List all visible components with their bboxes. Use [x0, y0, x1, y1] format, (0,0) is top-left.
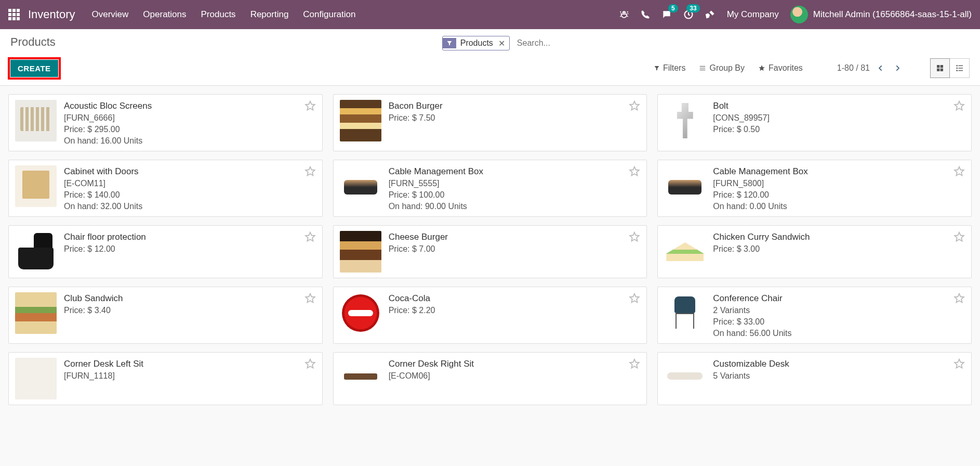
company-switcher[interactable]: My Company — [727, 9, 779, 20]
product-onhand: On hand: 56.00 Units — [713, 329, 965, 338]
avatar — [790, 6, 808, 23]
product-card[interactable]: Club SandwichPrice: $ 3.40 — [8, 287, 323, 344]
product-ref: 2 Variants — [713, 306, 965, 315]
product-card[interactable]: Customizable Desk5 Variants — [657, 352, 972, 405]
product-ref: [FURN_6666] — [64, 113, 316, 123]
apps-icon[interactable] — [8, 9, 20, 20]
product-price: Price: $ 100.00 — [389, 190, 641, 200]
filter-pill-remove[interactable]: ✕ — [497, 38, 509, 48]
product-card[interactable]: Cable Management Box[FURN_5555]Price: $ … — [333, 160, 647, 217]
star-icon[interactable] — [629, 358, 640, 369]
view-list-button[interactable] — [950, 58, 970, 78]
breadcrumb: Products — [10, 35, 56, 49]
kanban-view: Acoustic Bloc Screens[FURN_6666]Price: $… — [0, 86, 980, 413]
favorites-dropdown[interactable]: Favorites — [758, 63, 803, 73]
svg-rect-3 — [937, 69, 939, 71]
product-ref: [FURN_5555] — [389, 179, 641, 188]
product-name: Cable Management Box — [389, 166, 641, 177]
product-name: Coca-Cola — [389, 293, 641, 304]
messaging-badge: 5 — [668, 4, 678, 12]
phone-icon[interactable] — [641, 10, 650, 19]
product-price: Price: $ 3.40 — [64, 306, 316, 315]
product-thumbnail — [15, 100, 57, 141]
nav-configuration[interactable]: Configuration — [303, 9, 355, 20]
favorites-label: Favorites — [769, 63, 803, 73]
star-icon[interactable] — [953, 358, 965, 369]
star-icon[interactable] — [629, 231, 640, 242]
product-name: Chicken Curry Sandwich — [713, 232, 965, 242]
create-button[interactable]: CREATE — [10, 60, 58, 77]
product-card[interactable]: Coca-ColaPrice: $ 2.20 — [333, 287, 647, 344]
product-card[interactable]: Acoustic Bloc Screens[FURN_6666]Price: $… — [8, 94, 323, 151]
product-card[interactable]: Corner Desk Right Sit[E-COM06] — [333, 352, 647, 405]
product-card[interactable]: Cheese BurgerPrice: $ 7.00 — [333, 225, 647, 278]
product-price: Price: $ 3.00 — [713, 244, 965, 254]
user-menu[interactable]: Mitchell Admin (16566864-saas-15-1-all) — [790, 6, 972, 23]
product-thumbnail — [15, 231, 57, 273]
pager-prev-icon[interactable] — [877, 63, 884, 73]
debug-icon[interactable] — [619, 9, 629, 20]
nav-operations[interactable]: Operations — [143, 9, 186, 20]
product-price: Price: $ 295.00 — [64, 125, 316, 134]
app-brand[interactable]: Inventory — [28, 8, 75, 21]
product-card[interactable]: Cable Management Box[FURN_5800]Price: $ … — [657, 160, 972, 217]
product-ref: [FURN_1118] — [64, 371, 316, 381]
filters-dropdown[interactable]: Filters — [654, 63, 686, 73]
star-icon[interactable] — [953, 165, 965, 177]
filter-pill-products[interactable]: Products ✕ — [442, 36, 510, 50]
product-card[interactable]: Corner Desk Left Sit[FURN_1118] — [8, 352, 323, 405]
control-panel: Products Products ✕ CREATE Filters — [0, 29, 980, 86]
product-card[interactable]: Bolt[CONS_89957]Price: $ 0.50 — [657, 94, 972, 151]
star-icon[interactable] — [953, 231, 965, 242]
product-card[interactable]: Bacon BurgerPrice: $ 7.50 — [333, 94, 647, 151]
user-name: Mitchell Admin (16566864-saas-15-1-all) — [813, 9, 972, 20]
star-icon[interactable] — [629, 165, 640, 177]
groupby-dropdown[interactable]: Group By — [699, 63, 745, 73]
product-thumbnail — [15, 358, 57, 399]
activities-badge: 33 — [686, 4, 699, 12]
star-icon[interactable] — [304, 231, 316, 242]
star-icon[interactable] — [304, 165, 316, 177]
product-name: Cable Management Box — [713, 166, 965, 177]
product-card[interactable]: Chair floor protectionPrice: $ 12.00 — [8, 225, 323, 278]
product-name: Conference Chair — [713, 293, 965, 304]
product-name: Bolt — [713, 101, 965, 111]
filter-pill-label: Products — [456, 36, 497, 50]
product-thumbnail — [664, 165, 706, 207]
product-ref: 5 Variants — [713, 371, 965, 381]
nav-overview[interactable]: Overview — [92, 9, 129, 20]
activities-icon[interactable]: 33 — [683, 9, 694, 20]
main-menu: Overview Operations Products Reporting C… — [92, 9, 356, 20]
star-icon[interactable] — [304, 292, 316, 304]
star-icon[interactable] — [629, 100, 640, 111]
product-card[interactable]: Cabinet with Doors[E-COM11]Price: $ 140.… — [8, 160, 323, 217]
star-icon[interactable] — [953, 100, 965, 111]
pager-next-icon[interactable] — [894, 63, 901, 73]
filter-icon — [443, 38, 456, 48]
product-name: Acoustic Bloc Screens — [64, 101, 316, 111]
svg-point-6 — [957, 68, 957, 68]
product-card[interactable]: Chicken Curry SandwichPrice: $ 3.00 — [657, 225, 972, 278]
nav-products[interactable]: Products — [201, 9, 236, 20]
product-name: Bacon Burger — [389, 101, 641, 111]
product-thumbnail — [664, 358, 706, 399]
search-input[interactable] — [513, 35, 970, 51]
view-kanban-button[interactable] — [930, 58, 950, 78]
star-icon[interactable] — [304, 358, 316, 369]
product-thumbnail — [664, 292, 706, 334]
product-name: Corner Desk Left Sit — [64, 359, 316, 369]
product-ref: [FURN_5800] — [713, 179, 965, 188]
star-icon[interactable] — [304, 100, 316, 111]
systray: 5 33 My Company Mitchell Admin (16566864… — [619, 6, 972, 23]
star-icon[interactable] — [629, 292, 640, 304]
nav-reporting[interactable]: Reporting — [250, 9, 289, 20]
star-icon[interactable] — [953, 292, 965, 304]
product-name: Cheese Burger — [389, 232, 641, 242]
product-card[interactable]: Conference Chair2 VariantsPrice: $ 33.00… — [657, 287, 972, 344]
svg-rect-1 — [937, 65, 939, 68]
product-thumbnail — [664, 100, 706, 141]
pager-text[interactable]: 1-80 / 81 — [837, 63, 870, 73]
product-thumbnail — [340, 358, 381, 399]
messaging-icon[interactable]: 5 — [661, 9, 672, 20]
tools-icon[interactable] — [705, 9, 716, 20]
